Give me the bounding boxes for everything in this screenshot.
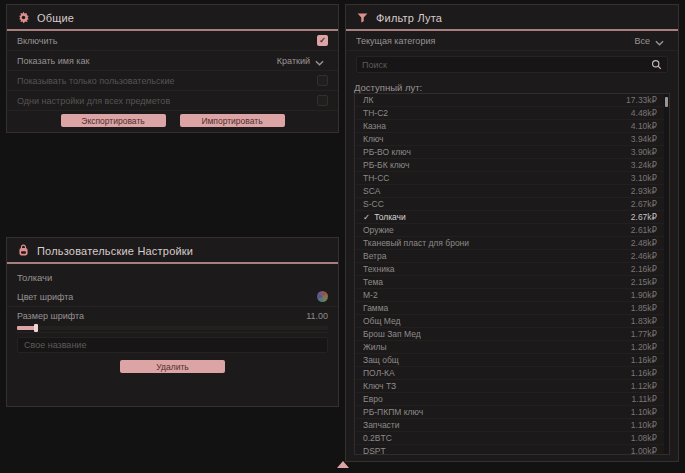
item-value: 3.90k₽: [631, 147, 657, 157]
item-value: 1.10k₽: [631, 407, 657, 417]
list-item[interactable]: Запчасти1.10k₽: [355, 419, 669, 432]
list-item[interactable]: Жилы1.20k₽: [355, 341, 669, 354]
custom-only-checkbox: [317, 75, 328, 86]
list-item[interactable]: Техника2.16k₽: [355, 263, 669, 276]
same-settings-checkbox: [317, 95, 328, 106]
list-item[interactable]: Ключ3.94k₽: [355, 133, 669, 146]
backpack-icon: [17, 244, 30, 257]
item-value: 2.48k₽: [631, 238, 657, 248]
list-item[interactable]: РБ-ВО ключ3.90k₽: [355, 146, 669, 159]
item-name: Техника: [363, 264, 395, 274]
font-color-row: Цвет шрифта: [7, 287, 338, 307]
item-name: Запчасти: [363, 420, 400, 430]
item-value: 1.90k₽: [631, 290, 657, 300]
list-item[interactable]: РБ-ПКПМ ключ1.10k₽: [355, 406, 669, 419]
list-item[interactable]: РБ-БК ключ3.24k₽: [355, 159, 669, 172]
item-name: ТН-СС: [363, 173, 389, 183]
font-size-slider[interactable]: [17, 324, 328, 333]
item-name: М-2: [363, 290, 378, 300]
item-value: 3.94k₽: [631, 134, 657, 144]
item-value: 1.08k₽: [631, 433, 657, 443]
list-item[interactable]: Общ Мед1.83k₽: [355, 315, 669, 328]
list-item[interactable]: ТН-СС3.10k₽: [355, 172, 669, 185]
list-item[interactable]: 0.2BTC1.08k₽: [355, 432, 669, 445]
item-name: Гамма: [363, 303, 388, 313]
name-display-label: Показать имя как: [17, 56, 89, 66]
category-select[interactable]: Все: [630, 30, 668, 52]
list-item[interactable]: DSPT1.00k₽: [355, 445, 669, 455]
custom-name-input[interactable]: Свое название: [17, 337, 328, 353]
check-icon: ✓: [319, 36, 326, 45]
item-value: 4.10k₽: [631, 121, 657, 131]
item-name: ЛК: [363, 95, 374, 105]
list-item[interactable]: Казна4.10k₽: [355, 120, 669, 133]
custom-settings-header: Пользовательские Настройки: [7, 238, 338, 264]
item-value: 2.93k₽: [631, 186, 657, 196]
custom-name-placeholder: Свое название: [24, 340, 86, 350]
item-name: ПОЛ-КА: [363, 368, 395, 378]
list-item[interactable]: Защ общ1.16k₽: [355, 354, 669, 367]
loot-list-scrollbar[interactable]: [664, 94, 669, 454]
search-input[interactable]: Поиск: [356, 56, 668, 73]
search-icon[interactable]: [651, 56, 662, 74]
font-color-label: Цвет шрифта: [17, 292, 73, 302]
same-settings-label: Одни настройки для всех предметов: [17, 96, 170, 106]
list-item[interactable]: Оружие2.61k₽: [355, 224, 669, 237]
enable-checkbox[interactable]: ✓: [317, 35, 328, 46]
item-name: Защ общ: [363, 355, 399, 365]
funnel-icon: [356, 11, 369, 24]
enable-label: Включить: [17, 36, 57, 46]
custom-settings-title: Пользовательские Настройки: [37, 245, 193, 257]
list-item[interactable]: ЛК17.33k₽: [355, 94, 669, 107]
item-name: Жилы: [363, 342, 387, 352]
list-item[interactable]: ТН-С24.48k₽: [355, 107, 669, 120]
item-name: DSPT: [363, 446, 386, 455]
category-value: Все: [634, 36, 650, 46]
font-size-slider-fill: [17, 326, 36, 330]
item-name: Ключ: [363, 134, 384, 144]
custom-only-label: Показывать только пользовательские: [17, 76, 175, 86]
item-value: 1.83k₽: [631, 316, 657, 326]
color-picker-icon[interactable]: [317, 291, 328, 302]
item-value: 2.67k₽: [631, 199, 657, 209]
item-name: ТН-С2: [363, 108, 388, 118]
font-size-slider-thumb[interactable]: [34, 324, 38, 332]
list-item[interactable]: Брош Зап Мед1.77k₽: [355, 328, 669, 341]
item-name: 0.2BTC: [363, 433, 392, 443]
item-name: Оружие: [363, 225, 394, 235]
list-item[interactable]: Евро1.11k₽: [355, 393, 669, 406]
list-item[interactable]: S-СС2.67k₽: [355, 198, 669, 211]
item-value: 1.16k₽: [631, 355, 657, 365]
list-item[interactable]: ПОЛ-КА1.16k₽: [355, 367, 669, 380]
list-item[interactable]: Тканевый пласт для брони2.48k₽: [355, 237, 669, 250]
item-value: 1.85k₽: [631, 303, 657, 313]
item-value: 1.10k₽: [631, 420, 657, 430]
search-placeholder: Поиск: [362, 60, 387, 70]
collapse-handle-icon[interactable]: [337, 461, 349, 468]
export-button[interactable]: Экспортировать: [61, 114, 166, 127]
item-name: Тканевый пласт для брони: [363, 238, 469, 248]
item-value: 1.77k₽: [631, 329, 657, 339]
name-display-select[interactable]: Краткий: [273, 50, 328, 72]
list-item[interactable]: Тема2.15k₽: [355, 276, 669, 289]
same-settings-row: Одни настройки для всех предметов: [7, 91, 338, 111]
item-name: РБ-ПКПМ ключ: [363, 407, 423, 417]
list-item[interactable]: ✓Толкачи2.67k₽: [355, 211, 669, 224]
general-panel-title: Общие: [37, 12, 74, 24]
list-item[interactable]: М-21.90k₽: [355, 289, 669, 302]
loot-filter-header: Фильтр Лута: [346, 5, 678, 31]
list-item[interactable]: Гамма1.85k₽: [355, 302, 669, 315]
list-item[interactable]: SCA2.93k₽: [355, 185, 669, 198]
item-value: 1.11k₽: [631, 394, 657, 404]
item-name: Тема: [363, 277, 383, 287]
delete-button[interactable]: Удалить: [120, 360, 225, 373]
category-row: Текущая категория Все: [346, 31, 678, 51]
item-name: ✓Толкачи: [363, 212, 406, 222]
item-name: SCA: [363, 186, 380, 196]
list-item[interactable]: Ключ ТЗ1.12k₽: [355, 380, 669, 393]
import-button[interactable]: Импортировать: [180, 114, 285, 127]
font-size-label: Размер шрифта: [17, 311, 84, 321]
item-name: S-СС: [363, 199, 384, 209]
scrollbar-thumb[interactable]: [665, 97, 668, 107]
list-item[interactable]: Ветра2.46k₽: [355, 250, 669, 263]
